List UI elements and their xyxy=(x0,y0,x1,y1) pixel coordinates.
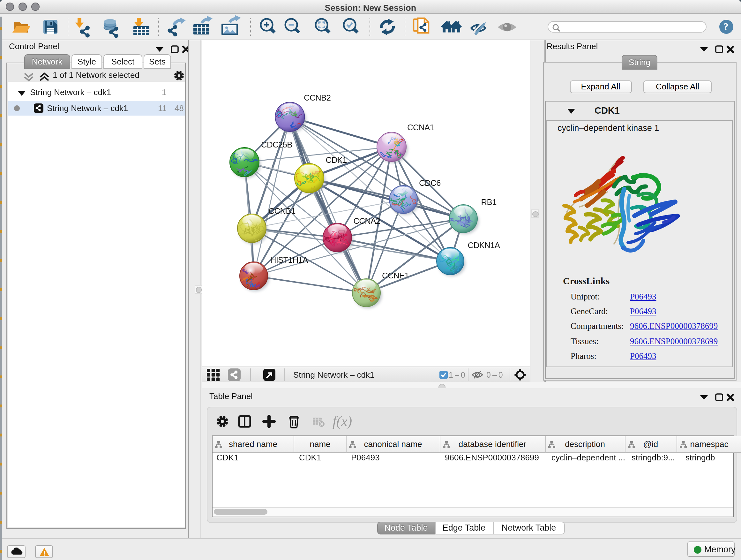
svg-text:CCNA1: CCNA1 xyxy=(407,123,434,132)
svg-text:CCNE1: CCNE1 xyxy=(382,271,408,280)
svg-text:CCNB2: CCNB2 xyxy=(304,93,330,103)
svg-text:CCNB1: CCNB1 xyxy=(268,206,295,216)
svg-text:CDC25B: CDC25B xyxy=(261,140,292,149)
svg-text:f(x): f(x) xyxy=(333,413,352,429)
svg-text:CDK1: CDK1 xyxy=(326,155,347,165)
svg-text:CDC6: CDC6 xyxy=(419,178,441,188)
svg-text:HIST1H1A: HIST1H1A xyxy=(270,255,308,265)
svg-text:CCNA2: CCNA2 xyxy=(353,216,380,226)
svg-text:1 – 0: 1 – 0 xyxy=(448,370,465,379)
svg-text:String Network – cdk1: String Network – cdk1 xyxy=(293,370,374,380)
svg-text:0 – 0: 0 – 0 xyxy=(486,370,502,379)
svg-text:RB1: RB1 xyxy=(481,197,496,207)
svg-text:CDKN1A: CDKN1A xyxy=(468,240,500,250)
